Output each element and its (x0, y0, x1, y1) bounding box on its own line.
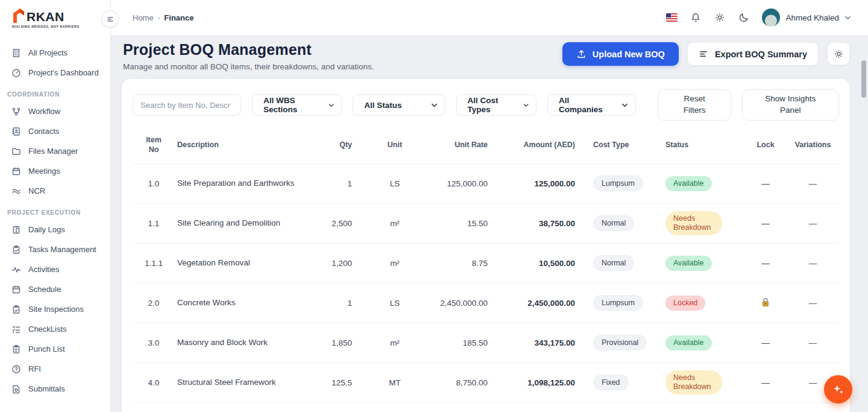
cell-status: Available (663, 256, 744, 271)
sidebar-item-checklists[interactable]: CheckLists (0, 319, 110, 339)
cell-status: Locked (663, 296, 744, 311)
table-row[interactable]: Mechanical, Electrical & (133, 402, 839, 412)
cell-status: Available (663, 176, 744, 191)
language-flag-icon[interactable] (666, 13, 678, 22)
breadcrumb-separator-icon: › (158, 14, 160, 21)
cell-description: Site Preparation and Earthworks (175, 177, 298, 189)
cell-cost-type: Lumpsum (591, 176, 663, 191)
sidebar-item-label: Workflow (28, 107, 60, 116)
cell-lock: — (744, 259, 787, 268)
upload-new-boq-button[interactable]: Upload New BOQ (562, 42, 679, 66)
cell-lock (744, 297, 787, 309)
page-header: Project BOQ Management Manage and monito… (111, 35, 868, 79)
sidebar-item-label: Schedule (28, 285, 61, 294)
sidebar-item-meetings[interactable]: Meetings (0, 161, 110, 181)
cell-unit-rate: 15.50 (422, 219, 503, 228)
scrollbar-thumb[interactable] (861, 60, 866, 98)
gear-icon (834, 49, 844, 59)
user-menu[interactable]: Ahmed Khaled (762, 8, 851, 27)
chevron-down-icon (431, 102, 438, 109)
sidebar-item-files-manager[interactable]: Files Manager (0, 141, 110, 161)
reset-filters-button[interactable]: Reset Filters (658, 89, 731, 121)
boq-table-header: Item No Description Qty Unit Unit Rate A… (133, 130, 839, 163)
brand-tagline: BUILDING BRIDGES, NOT BARRIERS (12, 25, 110, 28)
chevron-down-icon (621, 102, 628, 109)
cell-item-no: 2.0 (133, 299, 175, 308)
dark-mode-moon-icon[interactable] (738, 11, 750, 24)
table-row[interactable]: 1.1 Site Clearing and Demolition 2,500 m… (133, 203, 839, 243)
sidebar-item-site-inspections[interactable]: Site Inspections (0, 299, 110, 319)
cell-cost-type: Lumpsum (591, 295, 663, 311)
status-dropdown[interactable]: All Status (353, 94, 445, 116)
cell-description: Site Clearing and Demolition (175, 217, 298, 229)
ai-assistant-fab[interactable] (824, 375, 852, 404)
cell-description: Concrete Works (175, 297, 298, 309)
sidebar-item-contacts[interactable]: Contacts (0, 121, 110, 141)
cell-amount: 10,500.00 (503, 259, 591, 268)
table-row[interactable]: 3.0 Masonry and Block Work 1,850 m² 185.… (133, 323, 839, 363)
sidebar-section-title: COORDINATION (0, 83, 110, 101)
sidebar-item-label: Punch List (28, 344, 65, 353)
sidebar-item-all-projects[interactable]: All Projects (0, 43, 110, 63)
sparkles-icon (832, 383, 845, 396)
sidebar-item-tasks-management[interactable]: Tasks Management (0, 239, 110, 259)
cell-description: Vegetation Removal (175, 257, 298, 269)
sidebar-item-punch-list[interactable]: Punch List (0, 339, 110, 359)
cell-qty: 1 (310, 179, 368, 188)
sidebar-item-activities[interactable]: Activities (0, 259, 110, 279)
cell-item-no: 1.0 (133, 179, 175, 188)
breadcrumb-home[interactable]: Home (133, 13, 154, 22)
sidebar-item-submittals[interactable]: Submittals (0, 379, 110, 399)
sidebar-item-ncr[interactable]: NCR (0, 181, 110, 201)
table-row[interactable]: 1.1.1 Vegetation Removal 1,200 m² 8.75 1… (133, 243, 839, 283)
table-row[interactable]: 2.0 Concrete Works 1 LS 2,450,000.00 2,4… (133, 283, 839, 323)
clipboard-tick-icon (11, 304, 21, 314)
workflow-icon (11, 106, 21, 116)
sidebar-item-label: All Projects (28, 48, 68, 57)
sidebar-item-label: Files Manager (28, 147, 78, 156)
boq-table: Item No Description Qty Unit Unit Rate A… (133, 130, 839, 412)
col-qty: Qty (310, 141, 368, 149)
cost-types-dropdown[interactable]: All Cost Types (456, 94, 536, 116)
cell-amount: 2,450,000.00 (503, 299, 591, 308)
avatar (762, 8, 780, 27)
sidebar-item-label: Project's Dashboard (28, 68, 99, 77)
sidebar-item-daily-logs[interactable]: Daily Logs (0, 220, 110, 239)
checklist-icon (11, 324, 21, 334)
chevron-down-icon (329, 102, 334, 109)
breadcrumb: Home › Finance (133, 13, 193, 22)
cell-unit-rate: 185.50 (422, 338, 503, 347)
sidebar-item-project-s-dashboard[interactable]: Project's Dashboard (0, 63, 110, 83)
notifications-bell-icon[interactable] (690, 11, 702, 24)
pulse-icon (11, 264, 21, 274)
companies-dropdown[interactable]: All Companies (547, 94, 636, 116)
settings-gear-icon[interactable] (714, 11, 726, 24)
show-insights-panel-button[interactable]: Show Insights Panel (742, 89, 839, 121)
cell-variations: — (787, 259, 839, 268)
building-icon (11, 48, 21, 58)
table-row[interactable]: 1.0 Site Preparation and Earthworks 1 LS… (133, 163, 839, 203)
waves-icon (11, 186, 21, 196)
search-input[interactable] (133, 94, 241, 116)
cell-qty: 2,500 (310, 219, 368, 228)
table-settings-gear-button[interactable] (827, 42, 850, 65)
sidebar-item-label: Submittals (28, 384, 65, 393)
cell-unit: MT (368, 378, 422, 387)
sidebar-item-rfi[interactable]: RFI (0, 359, 110, 379)
export-boq-summary-button[interactable]: Export BOQ Summary (687, 42, 819, 66)
cell-unit: LS (368, 179, 422, 188)
app-root: RKAN BUILDING BRIDGES, NOT BARRIERS All … (0, 0, 868, 412)
breadcrumb-current: Finance (164, 13, 193, 22)
page-title: Project BOQ Management (123, 41, 374, 59)
folder-icon (11, 146, 21, 156)
sidebar-item-workflow[interactable]: Workflow (0, 101, 110, 121)
sidebar-collapse-button[interactable] (102, 11, 118, 27)
sidebar-item-schedule[interactable]: Schedule (0, 279, 110, 299)
sidebar-item-label: Daily Logs (28, 225, 65, 234)
status-badge: Needs Breakdown (665, 211, 722, 235)
cell-lock: — (744, 338, 787, 347)
table-row[interactable]: 4.0 Structural Steel Framework 125.5 MT … (133, 363, 839, 402)
sidebar-item-label: RFI (28, 364, 41, 373)
wbs-sections-dropdown[interactable]: All WBS Sections (252, 94, 342, 116)
chevron-down-icon (844, 14, 851, 21)
